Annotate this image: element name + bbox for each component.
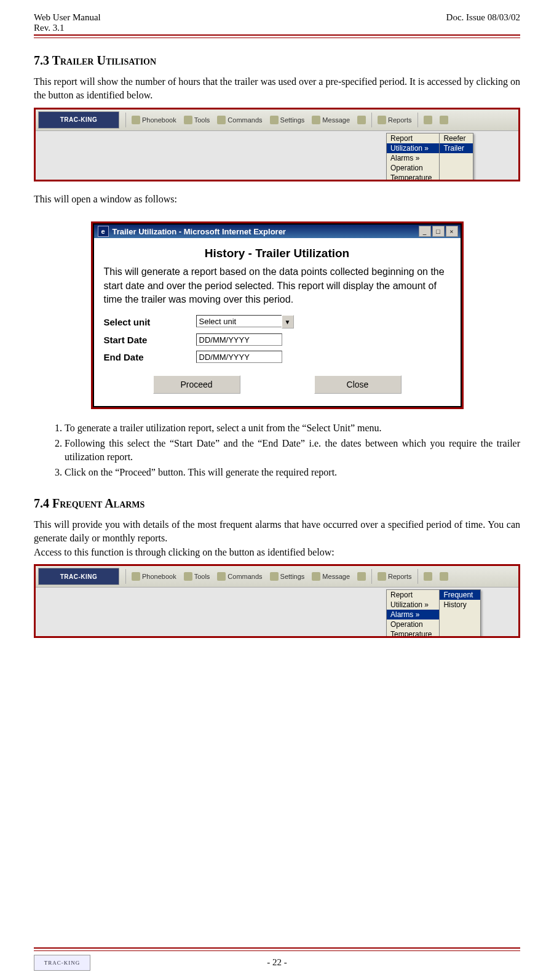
- toolbar-screenshot-2: TRAC-KING Phonebook Tools Commands Setti…: [34, 564, 520, 638]
- reports-icon: [378, 572, 386, 581]
- toolbar-settings[interactable]: Settings: [267, 571, 308, 582]
- message-icon: [312, 116, 320, 124]
- footer-logo: TRAC-KING: [34, 955, 90, 971]
- toolbar-message[interactable]: Message: [309, 114, 353, 125]
- menu-utilization[interactable]: Utilization »: [387, 143, 439, 153]
- footer-rule: [34, 947, 520, 951]
- end-date-field[interactable]: DD/MM/YYYY: [196, 351, 282, 363]
- section-7-3-heading: 7.3 Trailer Utilisation: [34, 54, 520, 68]
- toolbar-globe[interactable]: [354, 571, 369, 582]
- dialog-titlebar: e Trailer Utilization - Microsoft Intern…: [94, 225, 461, 238]
- toolbar-screenshot-1: TRAC-KING Phonebook Tools Commands Setti…: [34, 108, 520, 181]
- section-7-3-intro: This report will show the number of hour…: [34, 75, 520, 103]
- page-footer: TRAC-KING - 22 -: [34, 942, 520, 968]
- header-rev: Rev. 3.1: [34, 23, 101, 33]
- menu-temperature[interactable]: Temperature: [387, 629, 439, 638]
- dialog-screenshot: e Trailer Utilization - Microsoft Intern…: [91, 221, 464, 409]
- start-date-label: Start Date: [104, 335, 196, 345]
- section-7-4-para1: This will provide you with details of th…: [34, 518, 520, 546]
- extra-icon: [440, 572, 448, 581]
- tools-icon: [184, 116, 192, 124]
- extra-icon: [424, 572, 432, 581]
- globe-icon: [357, 572, 366, 581]
- header-title: Web User Manual: [34, 12, 101, 23]
- extra-icon: [424, 116, 432, 124]
- app-logo: TRAC-KING: [38, 568, 119, 585]
- menu-header: Report: [387, 133, 439, 143]
- start-date-field[interactable]: DD/MM/YYYY: [196, 333, 282, 346]
- globe-icon: [357, 116, 366, 124]
- submenu-frequent[interactable]: Frequent: [440, 590, 480, 600]
- submenu-history[interactable]: History: [440, 600, 480, 610]
- proceed-button[interactable]: Proceed: [153, 375, 240, 394]
- utilization-submenu: Reefer Trailer: [439, 133, 473, 181]
- menu-header: Report: [387, 590, 439, 600]
- toolbar-phonebook[interactable]: Phonebook: [129, 114, 180, 125]
- section-7-4-heading: 7.4 Frequent Alarms: [34, 496, 520, 511]
- step-2: Following this select the “Start Date” a…: [65, 437, 520, 464]
- menu-operation[interactable]: Operation: [387, 163, 439, 173]
- page-header: Web User Manual Rev. 3.1 Doc. Issue 08/0…: [34, 12, 520, 33]
- submenu-reefer[interactable]: Reefer: [440, 133, 473, 143]
- reports-icon: [378, 116, 386, 124]
- step-3: Click on the “Proceed” button. This will…: [65, 466, 520, 479]
- toolbar-extra1[interactable]: [421, 571, 435, 582]
- toolbar-reports[interactable]: Reports: [374, 571, 415, 582]
- header-doc-issue: Doc. Issue 08/03/02: [446, 12, 520, 23]
- toolbar-reports[interactable]: Reports: [374, 114, 415, 125]
- toolbar-settings[interactable]: Settings: [267, 114, 308, 125]
- toolbar-phonebook[interactable]: Phonebook: [129, 571, 180, 582]
- mid-text: This will open a window as follows:: [34, 193, 520, 206]
- step-1: To generate a trailer utilization report…: [65, 421, 520, 435]
- dropdown-icon[interactable]: ▼: [282, 315, 294, 329]
- section-7-4-para2: Access to this function is through click…: [34, 546, 520, 559]
- dialog-heading: History - Trailer Utilization: [104, 247, 451, 260]
- toolbar-extra1[interactable]: [421, 114, 435, 125]
- phonebook-icon: [132, 572, 140, 581]
- extra-icon: [440, 116, 448, 124]
- menu-alarms[interactable]: Alarms »: [387, 610, 439, 619]
- close-window-button[interactable]: ×: [446, 226, 458, 237]
- toolbar-commands[interactable]: Commands: [214, 114, 265, 125]
- end-date-label: End Date: [104, 352, 196, 362]
- toolbar-tools[interactable]: Tools: [181, 571, 213, 582]
- ie-icon: e: [98, 226, 109, 237]
- toolbar-message[interactable]: Message: [309, 571, 353, 582]
- dialog-title: Trailer Utilization - Microsoft Internet…: [113, 227, 286, 236]
- page-number: - 22 -: [267, 957, 287, 968]
- select-unit-label: Select unit: [104, 317, 196, 327]
- reports-menu: Report Utilization » Alarms » Operation …: [386, 589, 440, 638]
- menu-utilization[interactable]: Utilization »: [387, 600, 439, 610]
- menu-alarms[interactable]: Alarms »: [387, 153, 439, 163]
- toolbar-extra2[interactable]: [437, 114, 451, 125]
- settings-icon: [270, 116, 279, 124]
- commands-icon: [217, 116, 226, 124]
- settings-icon: [270, 572, 279, 581]
- dialog-description: This will generate a report based on the…: [104, 265, 451, 306]
- minimize-button[interactable]: _: [419, 226, 431, 237]
- toolbar-tools[interactable]: Tools: [181, 114, 213, 125]
- close-button[interactable]: Close: [314, 375, 402, 394]
- steps-list: To generate a trailer utilization report…: [51, 421, 520, 479]
- maximize-button[interactable]: □: [432, 226, 445, 237]
- tools-icon: [184, 572, 192, 581]
- header-rule: [34, 34, 520, 38]
- phonebook-icon: [132, 116, 140, 124]
- submenu-trailer[interactable]: Trailer: [440, 143, 473, 153]
- commands-icon: [217, 572, 226, 581]
- menu-operation[interactable]: Operation: [387, 619, 439, 629]
- alarms-submenu: Frequent History: [439, 589, 481, 638]
- app-logo: TRAC-KING: [38, 111, 119, 129]
- select-unit-field[interactable]: Select unit: [196, 315, 282, 327]
- menu-temperature[interactable]: Temperature: [387, 173, 439, 181]
- toolbar-globe[interactable]: [354, 114, 369, 125]
- toolbar-extra2[interactable]: [437, 571, 451, 582]
- message-icon: [312, 572, 320, 581]
- toolbar-commands[interactable]: Commands: [214, 571, 265, 582]
- reports-menu: Report Utilization » Alarms » Operation …: [386, 133, 440, 181]
